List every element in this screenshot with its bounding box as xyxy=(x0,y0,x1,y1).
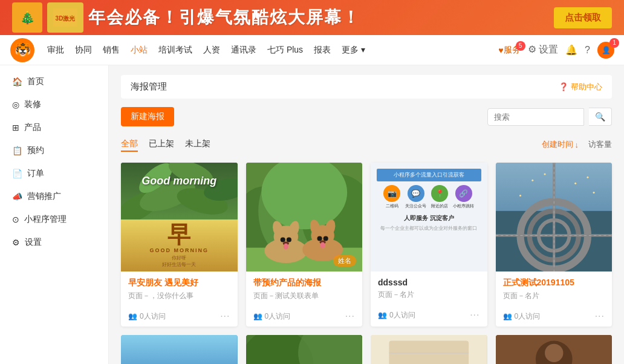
svg-point-46 xyxy=(593,192,594,193)
settings-icon: ⚙ xyxy=(12,238,20,247)
notifications-button[interactable]: 🔔 xyxy=(565,44,577,56)
cards-grid: Good morning 早 GOOD MORNING 你好呀好好生活每一天 早… xyxy=(121,163,612,327)
sort-area: 创建时间 ↓ 访客量 xyxy=(542,139,613,150)
card-corgi-visitors: 👥 0人访问 xyxy=(253,311,291,322)
filter-tab-online[interactable]: 已上架 xyxy=(149,137,174,152)
nav-right: ♥ 服务 5 ⚙ 设置 🔔 ? 👤 1 xyxy=(498,42,614,59)
sort-by-time[interactable]: 创建时间 ↓ xyxy=(542,139,579,150)
visitors-icon-3: 👥 xyxy=(378,311,387,319)
card-mini-more[interactable]: ··· xyxy=(470,310,479,320)
card-mini-subtitle: 页面－名片 xyxy=(378,290,480,300)
reservation-icon: 📋 xyxy=(12,146,22,155)
filter-tabs: 全部 已上架 未上架 xyxy=(121,137,210,152)
card-morning: Good morning 早 GOOD MORNING 你好呀好好生活每一天 早… xyxy=(121,163,238,327)
help-link[interactable]: ❓ 帮助中心 xyxy=(559,82,602,93)
nav-item-plus[interactable]: 七巧 Plus xyxy=(267,45,303,56)
card-corgi-more[interactable]: ··· xyxy=(345,311,355,322)
nav-item-contacts[interactable]: 通讯录 xyxy=(231,45,256,56)
svg-point-26 xyxy=(317,236,322,241)
nav-item-more[interactable]: 更多 ▾ xyxy=(342,45,365,56)
bottom-card-3 xyxy=(371,335,487,364)
search-button[interactable]: 🔍 xyxy=(589,108,612,126)
bottom-card-4 xyxy=(496,335,613,364)
card-bridge-bg xyxy=(496,163,613,271)
order-icon: 📄 xyxy=(12,169,22,178)
filter-tab-all[interactable]: 全部 xyxy=(121,137,138,152)
sidebar-item-miniprogram[interactable]: ⊙ 小程序管理 xyxy=(0,208,108,231)
sidebar-item-settings[interactable]: ⚙ 设置 xyxy=(0,231,108,254)
top-banner: 🎄 3D激光 年会必备！引爆气氛酷炫大屏幕！ 点击领取 xyxy=(0,0,624,35)
card-corgi-bg: 姓名 xyxy=(246,163,363,271)
card-corgi: 姓名 带预约产品的海报 页面－测试关联表单 👥 0人访问 ··· xyxy=(246,163,363,327)
nav-item-sales[interactable]: 销售 xyxy=(103,45,120,56)
card-bridge-subtitle: 页面－名片 xyxy=(503,291,605,301)
svg-point-58 xyxy=(545,344,563,362)
search-input[interactable] xyxy=(487,108,584,126)
search-area: 🔍 xyxy=(487,108,612,126)
card-mini-info: ddsssd 页面－名片 xyxy=(371,271,487,307)
app-logo[interactable]: 🐯 xyxy=(10,37,35,63)
svg-point-43 xyxy=(574,183,576,184)
main-layout: 🏠 首页 ◎ 装修 ⊞ 产品 📋 预约 📄 订单 📣 营销推广 ⊙ 小程序管理 … xyxy=(0,65,624,364)
card-corgi-image: 姓名 xyxy=(246,163,363,271)
good-morning-text: Good morning xyxy=(141,174,216,187)
card-bridge-footer: 👥 0人访问 ··· xyxy=(496,308,613,327)
card-morning-footer: 👥 0人访问 ··· xyxy=(121,308,238,327)
avatar[interactable]: 👤 1 xyxy=(597,42,614,59)
card-mini-footer: 👥 0人访问 ··· xyxy=(371,307,487,325)
nav-item-reports[interactable]: 报表 xyxy=(314,45,331,56)
settings-button[interactable]: ⚙ 设置 xyxy=(528,44,558,56)
card-morning-subtitle: 页面－，没你什么事 xyxy=(128,291,230,301)
card-bridge-visitors: 👥 0人访问 xyxy=(503,311,541,322)
card-bridge-info: 正式测试20191105 页面－名片 xyxy=(496,271,613,308)
sidebar-item-marketing[interactable]: 📣 营销推广 xyxy=(0,185,108,208)
sidebar-item-product[interactable]: ⊞ 产品 xyxy=(0,116,108,139)
nav-item-hr[interactable]: 人资 xyxy=(203,45,220,56)
card-corgi-title[interactable]: 带预约产品的海报 xyxy=(253,278,356,288)
bottom-card-1 xyxy=(121,335,238,364)
card-bridge-title[interactable]: 正式测试20191105 xyxy=(503,278,605,288)
content-header: 海报管理 ❓ 帮助中心 xyxy=(121,75,612,99)
banner-icon-1: 🎄 xyxy=(12,2,42,33)
service-button[interactable]: ♥ 服务 5 xyxy=(498,45,520,56)
filter-tab-offline[interactable]: 未上架 xyxy=(185,137,210,152)
content-area: 海报管理 ❓ 帮助中心 新建海报 🔍 全部 已上架 未上架 创建时间 xyxy=(109,65,624,364)
svg-rect-47 xyxy=(121,335,238,364)
mini-footer-text: 每一个企业主都可以成为企业对外服务的窗口 xyxy=(380,225,477,232)
service-badge: 5 xyxy=(516,41,525,51)
nav-item-training[interactable]: 培训考试 xyxy=(158,45,192,56)
svg-point-24 xyxy=(280,237,285,242)
marketing-icon: 📣 xyxy=(12,192,22,201)
svg-point-31 xyxy=(320,242,325,249)
nav-item-approval[interactable]: 审批 xyxy=(47,45,64,56)
banner-left: 🎄 3D激光 年会必备！引爆气氛酷炫大屏幕！ xyxy=(12,2,360,33)
svg-point-44 xyxy=(587,177,588,178)
help-button[interactable]: ? xyxy=(585,45,590,56)
navbar: 🐯 审批 协同 销售 小站 培训考试 人资 通讯录 七巧 Plus 报表 更多 … xyxy=(0,35,624,65)
nav-item-collab[interactable]: 协同 xyxy=(75,45,92,56)
new-poster-button[interactable]: 新建海报 xyxy=(121,107,174,126)
miniprogram-icon: ⊙ xyxy=(12,215,19,224)
page-title: 海报管理 xyxy=(131,81,167,93)
card-morning-info: 早安朋友 遇见美好 页面－，没你什么事 xyxy=(121,271,238,308)
card-morning-more[interactable]: ··· xyxy=(220,311,230,322)
sidebar: 🏠 首页 ◎ 装修 ⊞ 产品 📋 预约 📄 订单 📣 营销推广 ⊙ 小程序管理 … xyxy=(0,65,109,364)
card-morning-title[interactable]: 早安朋友 遇见美好 xyxy=(128,278,230,288)
svg-point-41 xyxy=(531,180,533,181)
card-morning-visitors: 👥 0人访问 xyxy=(128,311,166,322)
card-mini-image: 小程序多个流量入口引流获客 📷 二维码 💬 关注公众号 xyxy=(371,163,487,271)
sidebar-item-home[interactable]: 🏠 首页 xyxy=(0,70,108,93)
card-mini-title[interactable]: ddsssd xyxy=(378,278,480,287)
mini-bottom-text: 人即服务 沉淀客户 xyxy=(404,214,454,223)
sort-by-visitors[interactable]: 访客量 xyxy=(588,139,612,150)
card-corgi-info: 带预约产品的海报 页面－测试关联表单 xyxy=(246,271,363,308)
card-bridge-more[interactable]: ··· xyxy=(595,311,605,322)
sidebar-item-reservation[interactable]: 📋 预约 xyxy=(0,139,108,162)
nav-item-station[interactable]: 小站 xyxy=(131,45,148,56)
avatar-badge: 1 xyxy=(609,38,619,48)
banner-button[interactable]: 点击领取 xyxy=(554,7,612,28)
sidebar-item-order[interactable]: 📄 订单 xyxy=(0,162,108,185)
sidebar-item-decor[interactable]: ◎ 装修 xyxy=(0,93,108,116)
filter-sort-row: 全部 已上架 未上架 创建时间 ↓ 访客量 xyxy=(121,132,612,157)
card-corgi-subtitle: 页面－测试关联表单 xyxy=(253,291,356,301)
